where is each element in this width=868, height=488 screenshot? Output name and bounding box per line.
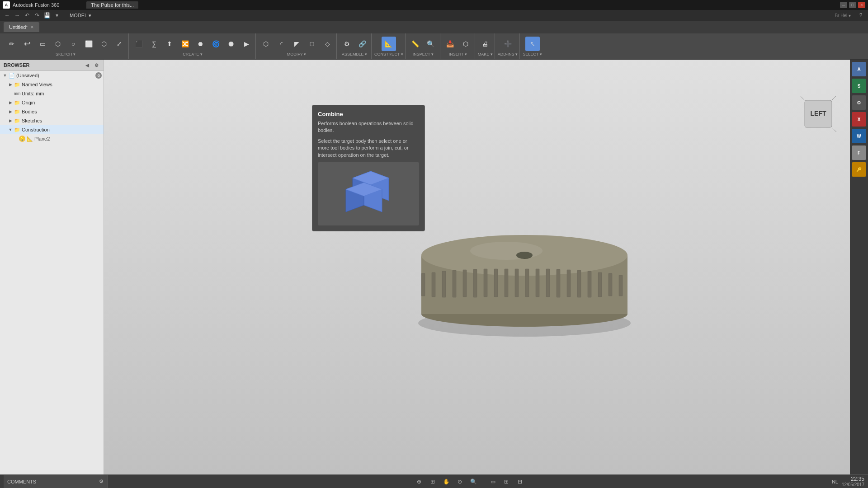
rp-btn-2[interactable]: S: [852, 79, 866, 93]
rp-btn-6[interactable]: F: [852, 145, 866, 160]
document-tab[interactable]: Untitled* ×: [4, 22, 39, 32]
toolbar-group-create: ⬛ ∑ ⬆ 🔀 ⏺ 🌀 ⬣ ▶ CREATE ▾: [130, 33, 256, 59]
tree-label-bodies: Bodies: [22, 109, 37, 114]
create-extrude-button[interactable]: ⬆: [162, 37, 177, 51]
svg-rect-24: [546, 269, 550, 297]
qa-redo-button[interactable]: ↷: [33, 11, 42, 19]
browser-settings-button[interactable]: ⚙: [93, 61, 100, 69]
addins-button[interactable]: ➕: [500, 37, 515, 51]
construct-label: CONSTRUCT ▾: [374, 52, 403, 56]
create-coil-button[interactable]: 🌀: [208, 37, 223, 51]
modify-fillet-button[interactable]: ◜: [274, 37, 288, 51]
tree-plane2[interactable]: 💡 📐 Plane2: [0, 134, 104, 143]
create-more-button[interactable]: ▶: [239, 37, 254, 51]
vp-ctrl-orbit[interactable]: ⊙: [454, 477, 466, 487]
vp-ctrl-zoom[interactable]: 🔍: [467, 477, 479, 487]
maximize-button[interactable]: □: [849, 2, 856, 8]
viewport[interactable]: Combine Performs boolean operations betw…: [104, 60, 868, 474]
tree-label-root: (Unsaved): [16, 73, 39, 78]
tree-label-origin: Origin: [22, 100, 35, 105]
vp-ctrl-layout1[interactable]: ▭: [487, 477, 499, 487]
create-sum-button[interactable]: ∑: [147, 37, 161, 51]
rp-btn-7[interactable]: 🔑: [852, 162, 866, 177]
sketch-hex-button[interactable]: ⬡: [51, 37, 65, 51]
axis-svg: LEFT: [800, 96, 836, 132]
qa-more-button[interactable]: ▾: [52, 11, 61, 19]
tree-sketches[interactable]: ▶ 📁 Sketches: [0, 116, 104, 125]
create-rib-button[interactable]: ⬣: [224, 37, 238, 51]
vp-ctrl-pan[interactable]: ✋: [440, 477, 452, 487]
sketch-resize-button[interactable]: ⤢: [112, 37, 127, 51]
sketch-square-button[interactable]: ⬜: [81, 37, 96, 51]
create-revolve-button[interactable]: 🔀: [178, 37, 192, 51]
vp-ctrl-layout3[interactable]: ⊟: [514, 477, 526, 487]
qa-back-button[interactable]: ←: [3, 11, 12, 19]
doc-tab-close[interactable]: ×: [31, 24, 34, 30]
svg-rect-19: [494, 269, 498, 297]
rp-btn-4[interactable]: X: [852, 112, 866, 127]
tree-settings-root[interactable]: ⚙: [95, 72, 102, 79]
tree-construction[interactable]: ▼ 📁 Construction: [0, 125, 104, 134]
insert-button[interactable]: 📥: [443, 37, 458, 51]
minimize-button[interactable]: ─: [840, 2, 847, 8]
axis-indicator[interactable]: LEFT: [800, 96, 836, 132]
make-button[interactable]: 🖨: [478, 37, 492, 51]
sketch-rect-button[interactable]: ▭: [35, 37, 50, 51]
tree-icon-units: mm: [14, 90, 21, 97]
construct-plane-button[interactable]: 📐: [382, 37, 396, 51]
svg-rect-28: [588, 271, 591, 297]
status-right: NL 22:35 12/05/2017: [832, 476, 864, 487]
assemble-joint-button[interactable]: 🔗: [355, 37, 369, 51]
insert-label: INSERT ▾: [449, 52, 467, 56]
qa-forward-button[interactable]: →: [13, 11, 22, 19]
sketch-circle-button[interactable]: ○: [66, 37, 80, 51]
tree-icon-sketches: 📁: [14, 117, 21, 124]
comments-settings-button[interactable]: ⚙: [99, 479, 104, 484]
inspect-measure-button[interactable]: 📏: [408, 37, 423, 51]
create-sphere-button[interactable]: ⏺: [193, 37, 208, 51]
svg-rect-18: [484, 269, 487, 297]
tree-origin[interactable]: ▶ 📁 Origin: [0, 98, 104, 107]
svg-rect-15: [453, 270, 456, 297]
tree-root[interactable]: ▼ 📄 (Unsaved) ⚙: [0, 71, 104, 80]
modify-chamfer-button[interactable]: ◤: [289, 37, 304, 51]
qa-save-button[interactable]: 💾: [42, 11, 52, 19]
tree-named-views[interactable]: ▶ 📁 Named Views: [0, 80, 104, 89]
insert-svg-button[interactable]: ⬡: [458, 37, 473, 51]
modify-draft-button[interactable]: ◇: [320, 37, 335, 51]
tree-bodies[interactable]: ▶ 📁 Bodies: [0, 107, 104, 116]
svg-rect-17: [473, 269, 477, 297]
modify-press-button[interactable]: ⬡: [259, 37, 273, 51]
select-button[interactable]: ↖: [525, 37, 540, 51]
tree-arrow-named-views: ▶: [7, 82, 14, 87]
combine-illustration: [339, 164, 398, 223]
browser-collapse-button[interactable]: ◀: [84, 61, 91, 69]
rp-btn-1[interactable]: A: [852, 62, 866, 76]
inspect-analyze-button[interactable]: 🔍: [424, 37, 438, 51]
tree-icon-construction: 📁: [14, 126, 21, 133]
sketch-button[interactable]: ✏: [5, 37, 19, 51]
qa-undo-button[interactable]: ↶: [23, 11, 32, 19]
right-panel: A S ⚙ X W F 🔑: [850, 60, 868, 474]
toolbar: ✏ ↩ ▭ ⬡ ○ ⬜ ⬡ ⤢ SKETCH ▾ ⬛ ∑ ⬆ 🔀 ⏺ 🌀 ⬣ ▶…: [0, 33, 868, 60]
close-button[interactable]: ×: [858, 2, 865, 8]
vp-ctrl-box[interactable]: ⊞: [427, 477, 439, 487]
vp-ctrl-select[interactable]: ⊕: [413, 477, 425, 487]
tab-bar: Untitled* ×: [0, 21, 868, 33]
create-label: CREATE ▾: [183, 52, 202, 56]
sketch-undo-button[interactable]: ↩: [20, 37, 34, 51]
viewport-controls: ⊕ ⊞ ✋ ⊙ 🔍 ▭ ⊞ ⊟: [108, 477, 832, 487]
assemble-new-button[interactable]: ⚙: [340, 37, 354, 51]
help-button[interactable]: ?: [856, 11, 865, 19]
sketch-poly-button[interactable]: ⬡: [97, 37, 111, 51]
comments-label: COMMENTS: [7, 479, 36, 484]
3d-model-view: [411, 210, 637, 337]
vp-ctrl-layout2[interactable]: ⊞: [500, 477, 512, 487]
rp-btn-5[interactable]: W: [852, 129, 866, 143]
svg-line-35: [832, 127, 836, 132]
menu-model[interactable]: MODEL ▾: [66, 12, 95, 19]
modify-shell-button[interactable]: □: [305, 37, 319, 51]
menu-bar: ← → ↶ ↷ 💾 ▾ MODEL ▾ Br Hel ▾ ?: [0, 10, 868, 21]
rp-btn-3[interactable]: ⚙: [852, 95, 866, 110]
create-box-button[interactable]: ⬛: [132, 37, 146, 51]
